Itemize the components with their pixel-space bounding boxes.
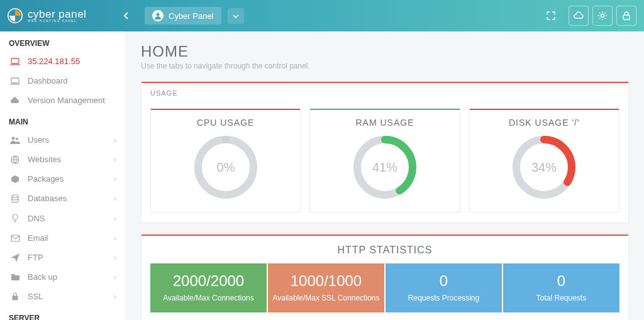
cloud-icon bbox=[9, 97, 21, 104]
chevron-right-icon: › bbox=[114, 233, 116, 243]
user-menu-toggle[interactable] bbox=[228, 8, 244, 24]
sidebar-item-email[interactable]: Email › bbox=[0, 228, 125, 248]
svg-rect-5 bbox=[11, 78, 19, 83]
chevron-down-icon bbox=[233, 14, 239, 19]
stat-card: 1000/1000Available/Max SSL Connections bbox=[268, 263, 384, 312]
chevron-right-icon: › bbox=[114, 292, 116, 301]
lock-button[interactable] bbox=[616, 6, 636, 26]
sidebar-item-label: DNS bbox=[28, 214, 45, 223]
svg-point-6 bbox=[12, 136, 15, 140]
svg-point-2 bbox=[601, 14, 604, 18]
cloud-button[interactable] bbox=[569, 6, 589, 26]
sidebar: OVERVIEW 35.224.181.55 Dashboard Version… bbox=[0, 31, 126, 320]
lock-icon bbox=[9, 292, 21, 301]
sidebar-section-overview: OVERVIEW bbox=[0, 31, 125, 52]
cloud-icon bbox=[573, 11, 584, 20]
http-stats-title: HTTP STATISTICS bbox=[142, 236, 628, 263]
sidebar-item-backup[interactable]: Back up › bbox=[0, 267, 125, 287]
gauge-title: CPU USAGE bbox=[157, 118, 294, 128]
sidebar-item-label: Websites bbox=[28, 155, 61, 164]
stat-card: 2000/2000Available/Max Connections bbox=[150, 263, 267, 312]
gauge-title: DISK USAGE '/' bbox=[476, 118, 613, 128]
chevron-right-icon: › bbox=[114, 135, 116, 145]
gauge-value: 41% bbox=[372, 160, 397, 174]
laptop-icon bbox=[9, 57, 21, 66]
stat-value: 2000/2000 bbox=[154, 272, 263, 290]
gauge-title: RAM USAGE bbox=[316, 118, 453, 128]
stat-value: 0 bbox=[507, 272, 616, 290]
page-title: HOME bbox=[141, 43, 629, 60]
brand-name: cyber panel bbox=[28, 9, 86, 19]
sidebar-item-websites[interactable]: Websites › bbox=[0, 150, 125, 169]
sidebar-item-label: 35.224.181.55 bbox=[28, 57, 80, 66]
globe-icon bbox=[9, 155, 21, 164]
chevron-right-icon: › bbox=[114, 194, 116, 203]
gauge-value: 34% bbox=[531, 160, 557, 174]
stat-label: Total Requests bbox=[507, 294, 616, 302]
gear-icon bbox=[597, 11, 608, 21]
svg-point-10 bbox=[13, 214, 18, 219]
sidebar-item-label: Version Management bbox=[28, 96, 105, 105]
stat-value: 0 bbox=[389, 272, 498, 290]
gauge-chart: 0% bbox=[191, 133, 260, 202]
topbar-actions bbox=[543, 6, 636, 26]
svg-point-9 bbox=[12, 195, 18, 197]
settings-button[interactable] bbox=[592, 6, 613, 26]
fullscreen-button[interactable] bbox=[543, 8, 558, 23]
chevron-right-icon: › bbox=[114, 174, 116, 184]
package-icon bbox=[9, 175, 21, 184]
chevron-right-icon: › bbox=[114, 214, 116, 223]
gauge-chart: 41% bbox=[350, 133, 419, 202]
chevron-right-icon: › bbox=[114, 272, 116, 282]
stat-card: 0Requests Processing bbox=[386, 263, 502, 312]
user-name: Cyber Panel bbox=[169, 11, 214, 21]
gauge-card: CPU USAGE0% bbox=[150, 108, 301, 212]
sidebar-item-databases[interactable]: Databases › bbox=[0, 189, 125, 208]
topbar: cyber panel WEB HOSTING PANEL Cyber Pane… bbox=[0, 0, 644, 31]
sidebar-item-label: Packages bbox=[28, 174, 64, 184]
brand-tagline: WEB HOSTING PANEL bbox=[28, 19, 86, 23]
stat-value: 1000/1000 bbox=[272, 272, 380, 290]
stat-label: Available/Max SSL Connections bbox=[272, 294, 380, 302]
sidebar-item-label: SSL bbox=[28, 292, 43, 301]
brand: cyber panel WEB HOSTING PANEL bbox=[8, 8, 119, 23]
sidebar-item-ssl[interactable]: SSL › bbox=[0, 287, 125, 306]
sidebar-item-ip[interactable]: 35.224.181.55 bbox=[0, 52, 125, 71]
sidebar-item-ftp[interactable]: FTP › bbox=[0, 248, 125, 267]
sidebar-item-label: FTP bbox=[28, 253, 43, 262]
sidebar-item-label: Users bbox=[28, 135, 49, 145]
sidebar-item-label: Databases bbox=[28, 194, 67, 203]
gauge-value: 0% bbox=[216, 160, 235, 174]
svg-rect-3 bbox=[623, 15, 630, 19]
expand-icon bbox=[547, 11, 555, 20]
usage-panel: USAGE CPU USAGE0%RAM USAGE41%DISK USAGE … bbox=[141, 82, 629, 223]
gauge-card: RAM USAGE41% bbox=[309, 108, 460, 212]
laptop-icon bbox=[9, 77, 21, 86]
folder-icon bbox=[9, 273, 21, 281]
http-stats-panel: HTTP STATISTICS 2000/2000Available/Max C… bbox=[141, 234, 629, 320]
user-menu[interactable]: Cyber Panel bbox=[145, 7, 221, 25]
sidebar-item-users[interactable]: Users › bbox=[0, 130, 125, 150]
stat-label: Requests Processing bbox=[389, 294, 498, 302]
chevron-right-icon: › bbox=[114, 253, 116, 262]
main-content: HOME Use the tabs to navigate through th… bbox=[126, 31, 644, 320]
stat-label: Available/Max Connections bbox=[154, 294, 263, 302]
sidebar-item-packages[interactable]: Packages › bbox=[0, 169, 125, 189]
sidebar-item-label: Email bbox=[28, 233, 48, 243]
gauge-card: DISK USAGE '/'34% bbox=[469, 108, 619, 212]
svg-point-1 bbox=[157, 13, 160, 16]
svg-rect-12 bbox=[13, 296, 18, 300]
sidebar-item-dashboard[interactable]: Dashboard bbox=[0, 71, 125, 91]
brand-logo-icon bbox=[8, 8, 23, 23]
user-avatar-icon bbox=[152, 10, 164, 21]
sidebar-section-main: MAIN bbox=[0, 110, 125, 130]
sidebar-item-version[interactable]: Version Management bbox=[0, 91, 125, 110]
page-subtitle: Use the tabs to navigate through the con… bbox=[141, 62, 629, 70]
sidebar-item-dns[interactable]: DNS › bbox=[0, 208, 125, 228]
lock-icon bbox=[622, 11, 631, 21]
users-icon bbox=[9, 136, 21, 145]
sidebar-item-label: Back up bbox=[28, 272, 57, 282]
sidebar-toggle-button[interactable] bbox=[119, 9, 132, 22]
gauge-chart: 34% bbox=[509, 133, 579, 202]
svg-point-7 bbox=[16, 138, 18, 140]
